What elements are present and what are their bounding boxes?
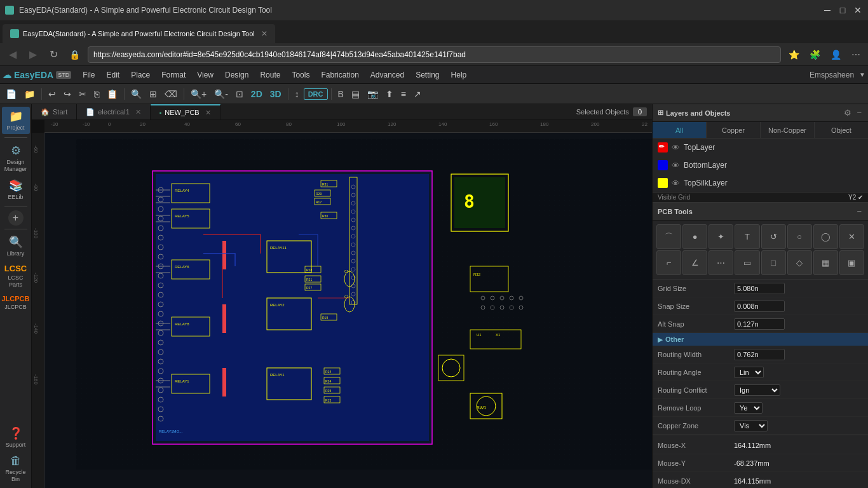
toolbar-new-button[interactable]: 📄: [3, 88, 20, 100]
toolbar-zoomin-button[interactable]: 🔍+: [187, 88, 210, 100]
toolbar-share-button[interactable]: ↗: [410, 88, 424, 100]
toolbar-fitview-button[interactable]: ⊡: [233, 88, 247, 100]
layer-bottomlayer[interactable]: 👁 BottomLayer: [653, 156, 868, 174]
tab-electrical1-close-icon[interactable]: ✕: [135, 108, 141, 116]
filter-copper-button[interactable]: Copper: [707, 122, 761, 138]
toolbar-redo-button[interactable]: ↪: [60, 88, 74, 100]
toolbar-layers-button[interactable]: ▤: [348, 88, 363, 100]
other-toggle-icon[interactable]: ▶: [658, 336, 663, 343]
sidebar-item-lcsc[interactable]: LCSC LCSC Parts: [2, 261, 30, 291]
more-icon[interactable]: ⋯: [849, 48, 863, 61]
sidebar-item-project[interactable]: 📁 Project: [2, 107, 30, 134]
tab-new-pcb[interactable]: ▪ NEW_PCB ✕: [151, 104, 220, 119]
menu-tools[interactable]: Tools: [287, 69, 315, 81]
toolbar-b-button[interactable]: B: [335, 88, 347, 100]
toolbar-export-button[interactable]: ⬆: [383, 88, 397, 100]
tool-curve-button[interactable]: ↺: [761, 224, 786, 249]
tool-diamond-button[interactable]: ◇: [787, 250, 812, 275]
pcb-tools-minus-button[interactable]: −: [855, 207, 863, 216]
remove-loop-select[interactable]: Ye No: [734, 402, 763, 414]
toolbar-cut-button[interactable]: ✂: [76, 88, 90, 100]
tool-zone-button[interactable]: ▣: [839, 250, 864, 275]
menu-edit[interactable]: Edit: [102, 69, 125, 81]
alt-snap-input[interactable]: [734, 318, 785, 330]
topsilk-eye-icon[interactable]: 👁: [672, 179, 680, 188]
reload-button[interactable]: ↻: [46, 47, 62, 62]
toolbar-filter-button[interactable]: ⊞: [146, 88, 160, 100]
sidebar-item-design-manager[interactable]: ⚙ Design Manager: [2, 141, 30, 175]
filter-object-button[interactable]: Object: [815, 122, 868, 138]
tab-close-icon[interactable]: ✕: [261, 29, 268, 38]
routing-conflict-select[interactable]: Ign Highlight Prevent: [734, 384, 780, 396]
copper-zone-select[interactable]: Vis Hide: [734, 420, 768, 431]
grid-size-input[interactable]: [734, 283, 785, 294]
menu-advanced[interactable]: Advanced: [365, 69, 409, 81]
pcb-canvas[interactable]: RELAY4 RELAY5 RELAY6 RELAY8 RELAY1 RELAY…: [44, 133, 652, 488]
toolbar-undo-button[interactable]: ↩: [45, 88, 59, 100]
toolbar-copy-button[interactable]: ⎘: [91, 88, 102, 100]
menu-view[interactable]: View: [192, 69, 219, 81]
tool-rect-button[interactable]: ▭: [735, 250, 759, 275]
toolbar-erase-button[interactable]: ⌫: [161, 88, 180, 100]
sidebar-add-button[interactable]: +: [8, 210, 24, 226]
toolbar-2d-button[interactable]: 2D: [248, 88, 266, 100]
tool-via-button[interactable]: ✦: [709, 224, 733, 249]
tool-square-button[interactable]: □: [761, 250, 786, 275]
toolbar-drc-button[interactable]: ↕: [292, 88, 302, 100]
menu-setting[interactable]: Setting: [410, 69, 444, 81]
menu-format[interactable]: Format: [156, 69, 191, 81]
toolbar-zoomout-button[interactable]: 🔍-: [211, 88, 231, 100]
sidebar-item-recycle[interactable]: 🗑 Recycle Bin: [2, 452, 30, 485]
toolbar-photo-button[interactable]: 📷: [364, 88, 381, 100]
tab-electrical1[interactable]: 📄 electrical1 ✕: [77, 104, 151, 119]
sidebar-item-support[interactable]: ❓ Support: [2, 424, 30, 451]
toolbar-stack-button[interactable]: ≡: [398, 88, 409, 100]
tool-angle-button[interactable]: ∠: [682, 250, 707, 275]
tool-cross-button[interactable]: ✕: [839, 224, 864, 249]
toplayer-eye-icon[interactable]: 👁: [672, 143, 680, 152]
toolbar-search-button[interactable]: 🔍: [128, 88, 145, 100]
menu-file[interactable]: File: [78, 69, 100, 81]
tool-text-button[interactable]: T: [735, 224, 759, 249]
tab-start[interactable]: 🏠 Start: [32, 104, 77, 119]
toolbar-open-button[interactable]: 📁: [21, 88, 38, 100]
sidebar-item-library[interactable]: 🔍 Library: [2, 233, 30, 260]
tool-arc-button[interactable]: ⌒: [656, 224, 681, 249]
profile-icon[interactable]: 👤: [828, 48, 844, 61]
forward-button[interactable]: ▶: [25, 47, 41, 62]
layer-toplayer[interactable]: ✏ 👁 TopLayer: [653, 139, 868, 156]
address-input[interactable]: [88, 46, 781, 63]
tab-pcb-close-icon[interactable]: ✕: [205, 109, 211, 117]
menu-help[interactable]: Help: [446, 69, 472, 81]
sidebar-item-eelib[interactable]: 📚 EELib: [2, 176, 30, 203]
menu-route[interactable]: Route: [255, 69, 285, 81]
toolbar-paste-button[interactable]: 📋: [104, 88, 121, 100]
bottomlayer-eye-icon[interactable]: 👁: [672, 161, 680, 170]
tool-dotted-button[interactable]: ⋯: [709, 250, 733, 275]
toolbar-3d-button[interactable]: 3D: [267, 88, 285, 100]
extensions-icon[interactable]: 🧩: [807, 48, 823, 61]
drc-label[interactable]: DRC: [304, 88, 328, 100]
tool-ring-button[interactable]: ◯: [813, 224, 838, 249]
bookmark-icon[interactable]: ⭐: [786, 48, 802, 61]
layers-minus-button[interactable]: −: [855, 108, 863, 118]
minimize-button[interactable]: ─: [822, 5, 832, 15]
tool-grid-button[interactable]: ▦: [813, 250, 838, 275]
tool-ellipse-button[interactable]: ○: [787, 224, 812, 249]
layer-topsilk[interactable]: 👁 TopSilkLayer: [653, 174, 868, 192]
close-button[interactable]: ✕: [853, 5, 863, 15]
tool-line-button[interactable]: ⌐: [656, 250, 681, 275]
browser-tab-active[interactable]: EasyEDA(Standard) - A Simple and Powerfu…: [3, 24, 275, 43]
tool-circle-button[interactable]: ●: [682, 224, 707, 249]
filter-all-button[interactable]: All: [653, 122, 707, 138]
filter-noncopper-button[interactable]: Non-Copper: [761, 122, 815, 138]
back-button[interactable]: ◀: [5, 47, 20, 62]
routing-width-input[interactable]: [734, 349, 785, 360]
menu-place[interactable]: Place: [126, 69, 155, 81]
routing-angle-select[interactable]: Lin 45° 90°: [734, 367, 764, 378]
sidebar-item-jlcpcb[interactable]: JLCPCB JLCPCB: [2, 292, 30, 313]
layers-settings-button[interactable]: ⚙: [843, 108, 853, 118]
pcb-canvas-area[interactable]: -20 -10 0 20 40 60 80 100 120 140 160 18…: [32, 120, 652, 488]
maximize-button[interactable]: □: [837, 5, 848, 15]
user-chevron-icon[interactable]: ▼: [859, 71, 865, 78]
